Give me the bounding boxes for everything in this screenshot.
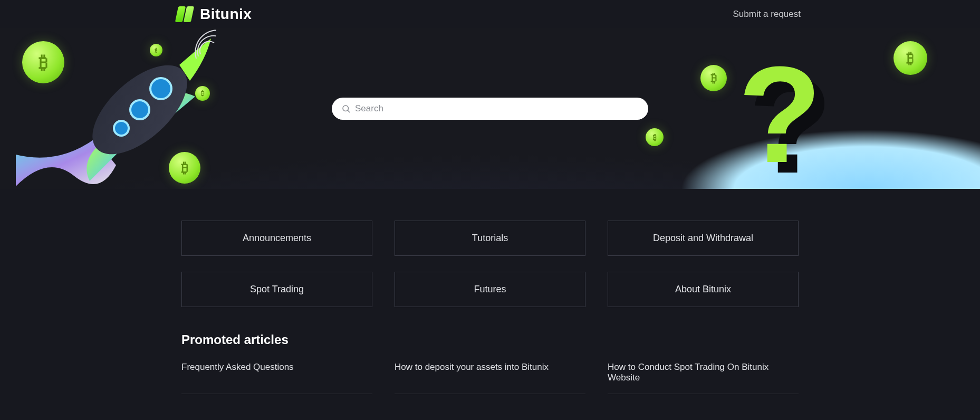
question-mark-illustration: ? (738, 60, 822, 169)
promoted-article-grid: Frequently Asked Questions How to deposi… (181, 362, 799, 394)
category-grid: Announcements Tutorials Deposit and With… (181, 221, 799, 307)
bitcoin-coin-icon (169, 152, 200, 184)
category-spot-trading[interactable]: Spot Trading (181, 272, 372, 307)
category-label: Spot Trading (250, 284, 304, 295)
article-title: How to deposit your assets into Bitunix (395, 362, 549, 372)
header-left: Bitunix (0, 6, 252, 23)
bitcoin-coin-icon (893, 41, 927, 75)
category-label: About Bitunix (675, 284, 731, 295)
article-title: How to Conduct Spot Trading On Bitunix W… (608, 362, 768, 383)
article-link[interactable]: How to deposit your assets into Bitunix (395, 362, 585, 394)
search-input[interactable] (355, 103, 639, 114)
article-link[interactable]: How to Conduct Spot Trading On Bitunix W… (608, 362, 799, 394)
category-tutorials[interactable]: Tutorials (395, 221, 585, 256)
category-label: Tutorials (472, 233, 508, 244)
logo-text: Bitunix (200, 6, 252, 23)
submit-request-link[interactable]: Submit a request (733, 9, 801, 20)
category-deposit-withdrawal[interactable]: Deposit and Withdrawal (608, 221, 799, 256)
category-label: Deposit and Withdrawal (653, 233, 753, 244)
svg-line-5 (348, 110, 349, 112)
logo-mark-icon (177, 6, 196, 22)
main-content: Announcements Tutorials Deposit and With… (181, 221, 799, 420)
search-bar[interactable] (332, 98, 648, 120)
category-label: Futures (474, 284, 506, 295)
svg-point-2 (130, 100, 149, 119)
header-right: Submit a request (733, 9, 959, 20)
bitcoin-coin-icon (150, 44, 162, 56)
article-link[interactable]: Frequently Asked Questions (181, 362, 372, 394)
svg-point-3 (114, 121, 129, 136)
bitcoin-coin-icon (195, 86, 210, 101)
svg-point-1 (150, 78, 171, 99)
promoted-articles-title: Promoted articles (181, 332, 799, 347)
category-announcements[interactable]: Announcements (181, 221, 372, 256)
search-icon (341, 104, 351, 113)
bitcoin-coin-icon (22, 41, 64, 83)
logo[interactable]: Bitunix (177, 6, 252, 23)
header: Bitunix Submit a request (0, 0, 980, 28)
article-title: Frequently Asked Questions (181, 362, 294, 372)
category-futures[interactable]: Futures (395, 272, 585, 307)
category-about-bitunix[interactable]: About Bitunix (608, 272, 799, 307)
category-label: Announcements (243, 233, 311, 244)
bitcoin-coin-icon (700, 65, 727, 91)
hero-banner: ? (0, 28, 980, 189)
